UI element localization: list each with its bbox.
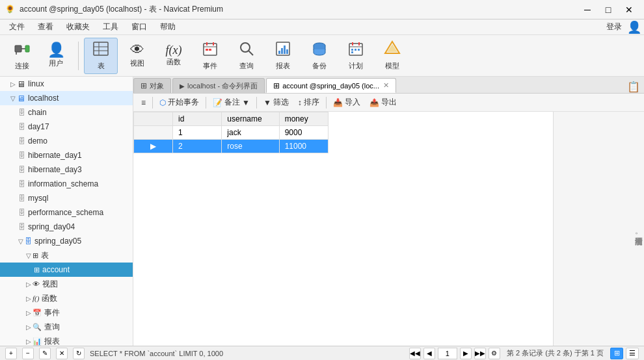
sidebar-item-chain[interactable]: 🗄 chain (0, 105, 133, 120)
row-1-username[interactable]: jack (222, 126, 279, 140)
sidebar-item-views-label: 视图 (42, 279, 58, 290)
expand-arrow-views: ▷ (26, 281, 31, 288)
row-2-username[interactable]: rose (222, 140, 279, 153)
row-2-money[interactable]: 11000 (279, 140, 328, 153)
toolbar-table-button[interactable]: 表 (84, 38, 118, 74)
toolbar-connect-button[interactable]: 连接 (5, 38, 39, 74)
filter-button[interactable]: ▼ 筛选 (260, 96, 293, 109)
col-username[interactable]: username (222, 112, 279, 126)
toolbar-model-button[interactable]: 模型 (375, 38, 409, 74)
sidebar-item-account-label: account (42, 265, 70, 274)
sidebar-item-tables[interactable]: ▽ ⊞ 表 (0, 248, 133, 263)
tab-account-close[interactable]: ✕ (383, 81, 389, 90)
menu-right: 登录 👤 (606, 20, 641, 34)
db-icon-hd1: 🗄 (18, 151, 25, 159)
toolbar-connect-group: 连接 👤 用户 (5, 38, 73, 74)
tab-console-icon: ▶ (180, 83, 185, 90)
comment-label: 备注 (224, 97, 240, 108)
sub-divider-2 (206, 97, 206, 109)
sidebar: ▷ 🖥 linux ▽ 🖥 localhost 🗄 chain 🗄 day17 … (0, 77, 133, 346)
toolbar-event-button[interactable]: 事件 (193, 38, 227, 74)
sidebar-item-mysql[interactable]: 🗄 mysql (0, 191, 133, 205)
toolbar-backup-button[interactable]: 备份 (302, 38, 336, 74)
toolbar-function-button[interactable]: f(x) 函数 (157, 38, 191, 74)
minimize-button[interactable]: ─ (578, 3, 597, 16)
menu-file[interactable]: 文件 (3, 19, 31, 34)
sidebar-item-events[interactable]: ▷ 📅 事件 (0, 305, 133, 320)
nav-prev-button[interactable]: ◀ (423, 348, 435, 359)
nav-last-button[interactable]: ▶▶ (474, 348, 486, 359)
sidebar-item-spring-day05[interactable]: ▽ 🗄 spring_day05 (0, 234, 133, 248)
sidebar-item-functions[interactable]: ▷ f() 函数 (0, 291, 133, 305)
sidebar-item-queries[interactable]: ▷ 🔍 查询 (0, 320, 133, 334)
sidebar-item-day17[interactable]: 🗄 day17 (0, 120, 133, 134)
toolbar-schedule-button[interactable]: 计划 (339, 38, 373, 74)
discard-button[interactable]: ✕ (56, 348, 68, 359)
comment-icon: 📝 (213, 98, 222, 107)
transaction-icon: ⬡ (159, 98, 166, 107)
row-1-money[interactable]: 9000 (279, 126, 328, 140)
sidebar-item-views[interactable]: ▷ 👁 视图 (0, 277, 133, 291)
sidebar-item-performance-schema[interactable]: 🗄 performance_schema (0, 205, 133, 220)
col-money[interactable]: money (279, 112, 328, 126)
sidebar-item-linux[interactable]: ▷ 🖥 linux (0, 77, 133, 91)
col-id[interactable]: id (173, 112, 222, 126)
sidebar-item-demo[interactable]: 🗄 demo (0, 134, 133, 148)
table-row-selected[interactable]: ▶ 2 rose 11000 (134, 140, 329, 153)
begin-transaction-button[interactable]: ⬡ 开始事务 (155, 96, 203, 109)
menu-tools[interactable]: 工具 (96, 19, 125, 34)
queries-icon: 🔍 (33, 323, 42, 331)
toolbar-report-button[interactable]: 报表 (266, 38, 300, 74)
comment-button[interactable]: 📝 备注 ▼ (209, 96, 254, 109)
sidebar-item-information-schema[interactable]: 🗄 information_schema (0, 177, 133, 191)
edit-row-button[interactable]: ✎ (39, 348, 51, 359)
sidebar-item-localhost[interactable]: ▽ 🖥 localhost (0, 91, 133, 105)
tab-console[interactable]: ▶ localhost - 命令列界面 (172, 78, 265, 93)
nav-first-button[interactable]: ◀◀ (409, 348, 421, 359)
sidebar-item-account[interactable]: ⊞ account (0, 263, 133, 277)
form-view-button[interactable]: ☰ (626, 348, 639, 359)
nav-page-input[interactable] (438, 348, 457, 359)
sidebar-item-mysql-label: mysql (28, 194, 48, 203)
import-button[interactable]: 📥 导入 (329, 96, 364, 109)
menu-favorites[interactable]: 收藏夹 (60, 19, 96, 34)
export-button[interactable]: 📤 导出 (366, 96, 401, 109)
grid-view-button[interactable]: ⊞ (610, 348, 623, 359)
menu-help[interactable]: 帮助 (154, 19, 182, 34)
row-2-id[interactable]: 2 (173, 140, 222, 153)
sidebar-item-spring-day04[interactable]: 🗄 spring_day04 (0, 220, 133, 234)
functions-icon: f() (33, 294, 39, 302)
close-button[interactable]: ✕ (619, 3, 639, 16)
toolbar-view-button[interactable]: 👁 视图 (120, 38, 154, 74)
sort-button[interactable]: ↕ 排序 (294, 96, 323, 109)
nav-settings-button[interactable]: ⚙ (489, 348, 500, 359)
svg-rect-27 (355, 49, 356, 51)
sidebar-item-hibernate-day3[interactable]: 🗄 hibernate_day3 (0, 162, 133, 177)
tab-account[interactable]: ⊞ account @spring_day05 (loc... ✕ (266, 78, 396, 93)
tab-object[interactable]: ⊞ 对象 (133, 78, 171, 93)
hamburger-button[interactable]: ≡ (137, 97, 150, 109)
menu-window[interactable]: 窗口 (125, 19, 154, 34)
sidebar-item-reports[interactable]: ▷ 📊 报表 (0, 334, 133, 346)
toolbar-query-button[interactable]: 查询 (230, 38, 263, 74)
row-2-indicator: ▶ (134, 140, 173, 153)
tab-action-icon[interactable]: 📋 (627, 81, 640, 93)
add-row-button[interactable]: + (5, 348, 17, 359)
event-icon (202, 40, 219, 60)
delete-row-button[interactable]: − (22, 348, 34, 359)
toolbar-user-button[interactable]: 👤 用户 (39, 38, 73, 74)
sidebar-item-hibernate-day1[interactable]: 🗄 hibernate_day1 (0, 148, 133, 162)
menu-view[interactable]: 查看 (31, 19, 60, 34)
maximize-button[interactable]: □ (598, 3, 618, 16)
tab-console-label: localhost - 命令列界面 (187, 81, 258, 91)
row-1-id[interactable]: 1 (173, 126, 222, 140)
schedule-icon (347, 40, 364, 60)
db-icon-chain: 🗄 (18, 109, 25, 116)
login-button[interactable]: 登录 (606, 21, 622, 32)
nav-next-button[interactable]: ▶ (460, 348, 472, 359)
tab-actions: 📋 (627, 81, 644, 93)
table-row[interactable]: 1 jack 9000 (134, 126, 329, 140)
refresh-button[interactable]: ↻ (73, 348, 85, 359)
report-icon (275, 40, 291, 60)
svg-rect-0 (15, 45, 21, 52)
